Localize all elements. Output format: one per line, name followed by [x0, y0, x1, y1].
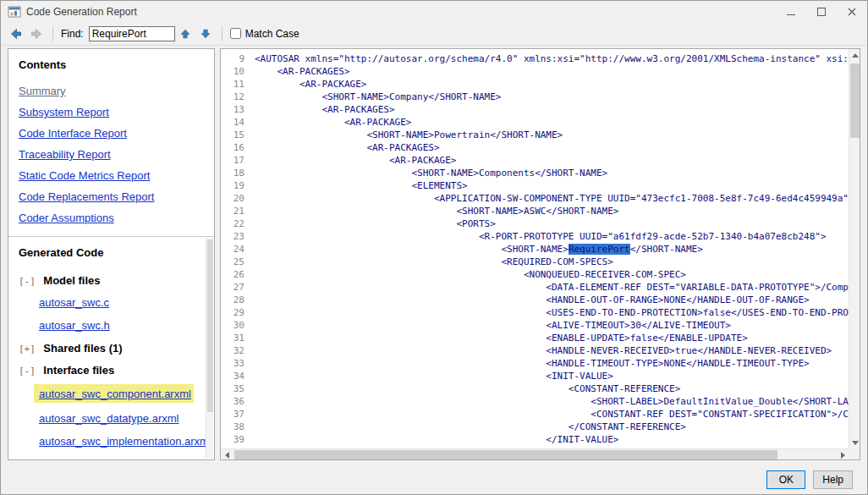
line-number: 21 — [224, 205, 244, 217]
match-case-checkbox[interactable] — [230, 28, 241, 39]
toc-link-static-code-metrics-report[interactable]: Static Code Metrics Report — [19, 169, 204, 182]
toolbar-separator — [52, 26, 53, 41]
toc-link-subsystem-report[interactable]: Subsystem Report — [19, 106, 204, 118]
code-line: 14 <AR-PACKAGE> — [224, 116, 849, 129]
vertical-scrollbar-thumb[interactable] — [850, 63, 860, 138]
toc-link-coder-assumptions[interactable]: Coder Assumptions — [19, 212, 204, 224]
code-line: 19 <ELEMENTS> — [224, 179, 849, 192]
toolbar-separator — [222, 26, 222, 41]
line-number: 36 — [224, 395, 244, 408]
code-line: 21 <SHORT-NAME>ASWC</SHORT-NAME> — [224, 205, 849, 217]
line-number: 13 — [224, 103, 244, 116]
footer: OK Help — [1, 465, 867, 494]
line-number: 39 — [224, 433, 244, 446]
main-content: Contents Summary Subsystem Report Code I… — [1, 46, 867, 465]
toc-link-summary[interactable]: Summary — [19, 85, 204, 97]
back-button[interactable] — [6, 25, 26, 43]
collapse-icon[interactable]: [-] — [19, 276, 36, 287]
code-line: 22 <PORTS> — [224, 217, 849, 230]
toc-link-code-replacements-report[interactable]: Code Replacements Report — [19, 190, 204, 203]
line-number: 35 — [224, 382, 244, 395]
code-line: 17 <AR-PACKAGE> — [224, 154, 849, 167]
window-title: Code Generation Report — [26, 6, 137, 18]
line-text: <AR-PACKAGES> — [255, 142, 440, 153]
line-text: <USES-END-TO-END-PROTECTION>false</USES-… — [255, 307, 849, 318]
minimize-icon[interactable] — [776, 1, 806, 22]
find-previous-button[interactable] — [175, 25, 195, 43]
code-line: 25 <REQUIRED-COM-SPECS> — [224, 256, 849, 268]
find-input[interactable] — [89, 26, 175, 41]
tree-section-label: Model files — [43, 274, 100, 287]
tree-section-interface-files: [-] Interface files — [19, 362, 204, 377]
line-number: 28 — [224, 294, 244, 306]
match-prefix: <SHORT-NAME> — [255, 244, 569, 255]
find-label: Find: — [61, 28, 84, 40]
line-number: 11 — [224, 78, 244, 91]
line-text: <ENABLE-UPDATE>false</ENABLE-UPDATE> — [255, 333, 748, 344]
toc-link-traceability-report[interactable]: Traceability Report — [19, 148, 204, 161]
toc-link-code-interface-report[interactable]: Code Interface Report — [19, 127, 204, 140]
match-case-option[interactable]: Match Case — [230, 28, 299, 40]
scroll-down-icon[interactable] — [849, 437, 860, 448]
horizontal-scrollbar-thumb[interactable] — [234, 450, 777, 459]
line-text: <SHORT-NAME>ASWC</SHORT-NAME> — [255, 206, 618, 217]
file-link-autosar-swc-datatype-arxml[interactable]: autosar_swc_datatype.arxml — [39, 412, 179, 425]
file-link-autosar-swc-interface-arxml[interactable]: autosar_swc_interface.arxml — [39, 458, 179, 459]
line-text: <AUTOSAR xmlns="http://autosar.org/schem… — [255, 53, 849, 64]
line-text: <REQUIRED-COM-SPECS> — [255, 256, 613, 267]
vertical-scrollbar[interactable] — [849, 49, 860, 448]
expand-icon[interactable]: [+] — [19, 344, 36, 355]
line-number: 27 — [224, 281, 244, 294]
generated-code-section: Generated Code [-] Model files autosar_s… — [8, 237, 214, 459]
navigation-panel: Contents Summary Subsystem Report Code I… — [8, 48, 215, 460]
generated-code-heading: Generated Code — [19, 246, 204, 259]
contents-section: Contents Summary Subsystem Report Code I… — [8, 49, 214, 236]
code-line: 38 </CONSTANT-REFERENCE> — [224, 421, 849, 433]
file-link-autosar-swc-c[interactable]: autosar_swc.c — [39, 296, 109, 309]
scroll-up-icon[interactable] — [849, 49, 860, 61]
file-row: autosar_swc_implementation.arxml — [39, 433, 204, 448]
ok-button[interactable]: OK — [766, 470, 805, 489]
close-icon[interactable] — [837, 1, 867, 22]
sidebar-scrollbar-thumb[interactable] — [207, 239, 213, 412]
file-row-selected: autosar_swc_component.arxml — [34, 384, 194, 403]
forward-arrow-icon — [30, 27, 43, 41]
code-line: 18 <SHORT-NAME>Components</SHORT-NAME> — [224, 167, 849, 179]
line-number: 22 — [224, 217, 244, 230]
file-link-autosar-swc-implementation-arxml[interactable]: autosar_swc_implementation.arxml — [39, 435, 212, 448]
scroll-right-icon[interactable] — [837, 449, 849, 460]
code-line: 39 </INIT-VALUE> — [224, 433, 849, 446]
file-link-autosar-swc-h[interactable]: autosar_swc.h — [39, 319, 110, 332]
titlebar[interactable]: Code Generation Report — [1, 1, 867, 22]
tree-section-model-files: [-] Model files — [19, 272, 204, 288]
line-number: 25 — [224, 256, 244, 268]
line-number: 14 — [224, 116, 244, 129]
code-line: 28 <HANDLE-OUT-OF-RANGE>NONE</HANDLE-OUT… — [224, 294, 849, 306]
line-text: <HANDLE-TIMEOUT-TYPE>NONE</HANDLE-TIMEOU… — [255, 358, 810, 369]
line-text: <R-PORT-PROTOTYPE UUID="a61fdf29-acde-52… — [255, 231, 827, 242]
horizontal-scrollbar[interactable] — [221, 448, 849, 459]
file-link-autosar-swc-component-arxml[interactable]: autosar_swc_component.arxml — [39, 388, 191, 400]
scrollbar-corner — [849, 448, 860, 459]
line-number: 17 — [224, 154, 244, 167]
line-number: 38 — [224, 421, 244, 433]
help-button[interactable]: Help — [813, 470, 853, 489]
line-text: <AR-PACKAGES> — [255, 66, 350, 77]
find-next-button[interactable] — [195, 25, 216, 43]
line-number: 31 — [224, 332, 244, 344]
up-arrow-icon — [179, 28, 191, 40]
line-text: <SHORT-NAME>Company</SHORT-NAME> — [255, 91, 501, 102]
search-match-highlight: RequirePort — [569, 244, 630, 255]
line-text: <AR-PACKAGE> — [255, 117, 411, 128]
line-number: 9 — [224, 52, 244, 65]
file-row: autosar_swc.h — [39, 317, 204, 333]
code-line: 29 <USES-END-TO-END-PROTECTION>false</US… — [224, 306, 849, 319]
line-text: <AR-PACKAGE> — [255, 79, 366, 90]
line-text: <APPLICATION-SW-COMPONENT-TYPE UUID="473… — [255, 193, 849, 204]
forward-button[interactable] — [26, 25, 47, 43]
collapse-icon[interactable]: [-] — [19, 366, 36, 377]
scroll-left-icon[interactable] — [221, 449, 233, 460]
maximize-icon[interactable] — [806, 1, 837, 22]
sidebar-scrollbar[interactable] — [206, 238, 213, 459]
line-text: <SHORT-NAME>Powertrain</SHORT-NAME> — [255, 129, 563, 140]
